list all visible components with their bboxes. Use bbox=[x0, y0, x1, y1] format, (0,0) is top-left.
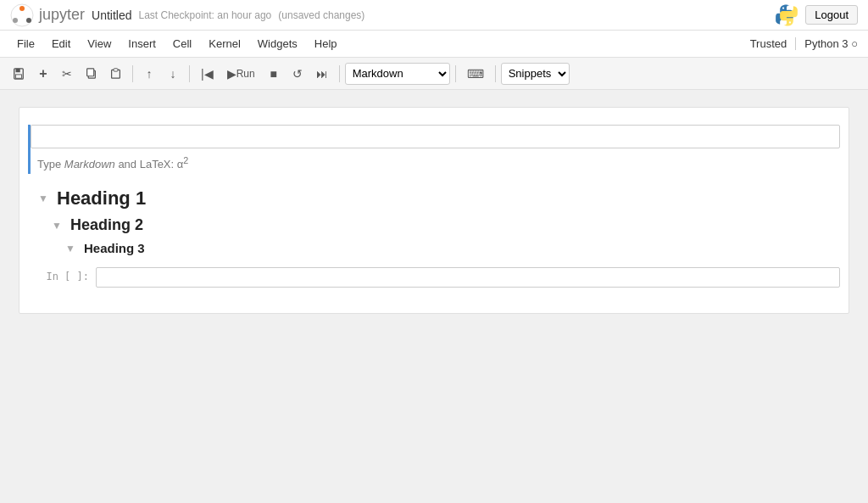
collapse-h3-arrow[interactable]: ▼ bbox=[64, 243, 77, 254]
separator-4 bbox=[455, 65, 456, 82]
kernel-info-label: Python 3 ○ bbox=[795, 37, 858, 50]
code-cell-label: In [ ]: bbox=[28, 267, 96, 288]
active-markdown-cell[interactable]: Type Markdown and LaTeX: α2 bbox=[28, 125, 840, 174]
cut-button[interactable]: ✂ bbox=[56, 63, 78, 85]
toolbar: + ✂ ↑ ↓ |◀ ▶ Run ■ ↺ ⏭ Markdown bbox=[0, 58, 868, 90]
svg-rect-8 bbox=[16, 74, 22, 77]
heading-2-cell: ▼ Heading 2 bbox=[19, 213, 849, 238]
run-prev-icon: |◀ bbox=[201, 67, 214, 81]
svg-point-3 bbox=[26, 18, 31, 23]
menu-edit[interactable]: Edit bbox=[45, 34, 77, 53]
keyboard-button[interactable]: ⌨ bbox=[461, 63, 490, 85]
code-cell-input[interactable] bbox=[96, 267, 840, 288]
scissors-icon: ✂ bbox=[62, 67, 72, 81]
menu-widgets[interactable]: Widgets bbox=[251, 34, 304, 53]
heading-1-cell: ▼ Heading 1 bbox=[19, 184, 849, 213]
paste-icon bbox=[110, 68, 121, 79]
keyboard-icon: ⌨ bbox=[467, 67, 484, 81]
separator-1 bbox=[132, 65, 133, 82]
stop-button[interactable]: ■ bbox=[263, 63, 285, 85]
collapse-h1-arrow[interactable]: ▼ bbox=[36, 193, 50, 204]
python-logo-icon bbox=[775, 3, 798, 27]
unsaved-text: (unsaved changes) bbox=[278, 9, 364, 21]
run-prev-button[interactable]: |◀ bbox=[195, 63, 220, 85]
topbar-right: Logout bbox=[775, 3, 858, 27]
stop-icon: ■ bbox=[270, 67, 276, 81]
run-label: Run bbox=[236, 68, 255, 80]
svg-point-4 bbox=[782, 7, 784, 8]
jupyter-text: jupyter bbox=[39, 6, 85, 24]
plus-icon: + bbox=[39, 66, 47, 81]
copy-icon bbox=[86, 68, 97, 79]
separator-2 bbox=[189, 65, 190, 82]
heading-1-text: Heading 1 bbox=[57, 187, 146, 210]
notebook: Type Markdown and LaTeX: α2 ▼ Heading 1 … bbox=[19, 107, 849, 314]
jupyter-icon bbox=[10, 3, 34, 27]
paste-button[interactable] bbox=[104, 63, 127, 85]
svg-point-2 bbox=[13, 18, 18, 23]
move-up-button[interactable]: ↑ bbox=[138, 63, 160, 85]
snippets-dropdown[interactable]: Snippets bbox=[501, 63, 570, 85]
topbar: jupyter Untitled Last Checkpoint: an hou… bbox=[0, 0, 868, 31]
separator-5 bbox=[495, 65, 496, 82]
add-cell-button[interactable]: + bbox=[32, 63, 54, 85]
main-content: Type Markdown and LaTeX: α2 ▼ Heading 1 … bbox=[0, 90, 868, 503]
svg-rect-10 bbox=[87, 69, 94, 76]
collapse-h2-arrow[interactable]: ▼ bbox=[50, 220, 64, 232]
move-down-button[interactable]: ↓ bbox=[162, 63, 184, 85]
code-cell: In [ ]: bbox=[19, 265, 849, 289]
trusted-badge: Trusted bbox=[750, 37, 787, 50]
run-button[interactable]: ▶ Run bbox=[221, 63, 261, 85]
copy-button[interactable] bbox=[80, 63, 103, 85]
menubar: File Edit View Insert Cell Kernel Widget… bbox=[0, 31, 868, 58]
menu-view[interactable]: View bbox=[81, 34, 118, 53]
menu-kernel[interactable]: Kernel bbox=[202, 34, 248, 53]
run-icon: ▶ bbox=[227, 67, 236, 81]
menu-insert[interactable]: Insert bbox=[121, 34, 163, 53]
heading-2-text: Heading 2 bbox=[70, 216, 143, 234]
markdown-input[interactable] bbox=[31, 125, 840, 148]
svg-point-5 bbox=[789, 21, 791, 23]
menu-help[interactable]: Help bbox=[308, 34, 344, 53]
heading-3-cell: ▼ Heading 3 bbox=[19, 238, 849, 259]
save-button[interactable] bbox=[7, 63, 31, 85]
restart-button[interactable]: ↺ bbox=[287, 63, 309, 85]
restart-icon: ↺ bbox=[292, 67, 303, 81]
cell-type-dropdown[interactable]: Markdown Code Raw NBConvert Heading bbox=[345, 63, 450, 85]
restart-run-button[interactable]: ⏭ bbox=[310, 63, 334, 85]
menubar-right: Trusted Python 3 ○ bbox=[750, 37, 858, 50]
jupyter-logo: jupyter bbox=[10, 3, 85, 27]
logout-button[interactable]: Logout bbox=[805, 5, 858, 25]
arrow-down-icon: ↓ bbox=[170, 67, 176, 81]
svg-point-1 bbox=[19, 6, 25, 11]
save-icon bbox=[13, 68, 25, 80]
svg-rect-7 bbox=[16, 68, 20, 71]
checkpoint-text: Last Checkpoint: an hour ago bbox=[139, 9, 272, 21]
arrow-up-icon: ↑ bbox=[147, 67, 153, 81]
svg-rect-12 bbox=[114, 69, 118, 71]
heading-3-text: Heading 3 bbox=[84, 241, 145, 255]
notebook-name: Untitled bbox=[92, 8, 131, 22]
cell-hint: Type Markdown and LaTeX: α2 bbox=[31, 152, 840, 174]
menu-file[interactable]: File bbox=[10, 34, 42, 53]
menu-cell[interactable]: Cell bbox=[166, 34, 198, 53]
fast-forward-icon: ⏭ bbox=[316, 67, 328, 81]
separator-3 bbox=[339, 65, 340, 82]
